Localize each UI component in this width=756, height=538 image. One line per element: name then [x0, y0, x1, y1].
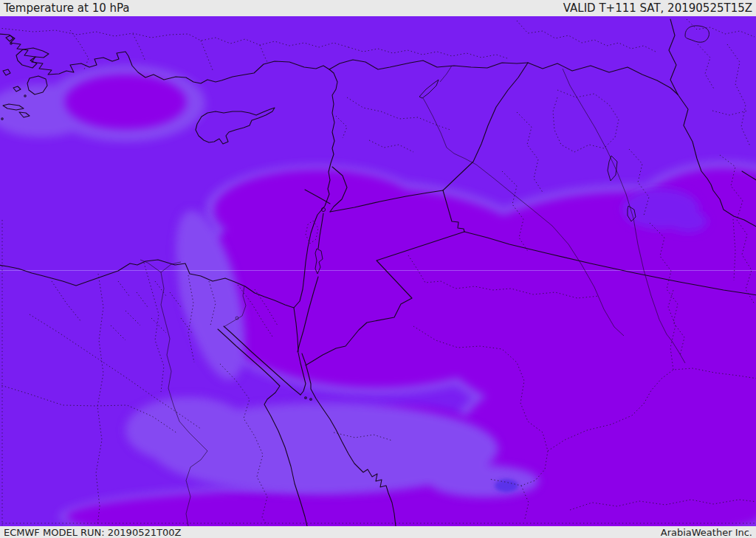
footer-bar: ECMWF MODEL RUN: 20190521T00Z ArabiaWeat… [0, 526, 756, 538]
page-title: Temperature at 10 hPa [4, 1, 130, 15]
brand-label: ArabiaWeather Inc. [661, 527, 752, 538]
temperature-shading-layer [0, 16, 756, 526]
model-run-label: ECMWF MODEL RUN: 20190521T00Z [4, 527, 181, 538]
weather-map-app: Temperature at 10 hPa VALID T+111 SAT, 2… [0, 0, 756, 538]
map-canvas [0, 16, 756, 526]
header-bar: Temperature at 10 hPa VALID T+111 SAT, 2… [0, 0, 756, 16]
valid-time-label: VALID T+111 SAT, 20190525T15Z [563, 1, 752, 15]
